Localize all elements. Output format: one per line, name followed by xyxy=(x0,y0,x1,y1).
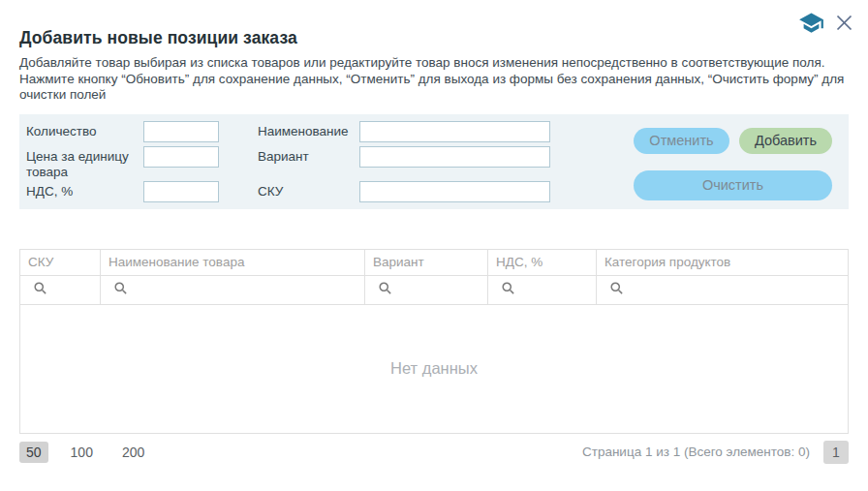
search-icon xyxy=(501,281,515,299)
filter-sku[interactable] xyxy=(20,276,101,304)
column-header-sku[interactable]: СКУ xyxy=(20,250,101,275)
search-icon xyxy=(609,281,624,299)
search-icon xyxy=(33,281,47,299)
vat-input[interactable] xyxy=(143,181,219,202)
variant-label: Вариант xyxy=(258,146,359,165)
page-size-200[interactable]: 200 xyxy=(115,442,151,463)
form-fields: Количество Наименование Цена за единицу … xyxy=(26,121,550,202)
unit-price-label: Цена за единицу товара xyxy=(26,146,143,180)
add-button[interactable]: Добавить xyxy=(739,128,832,154)
sku-input[interactable] xyxy=(359,181,550,202)
sku-label: СКУ xyxy=(258,181,359,199)
filter-category[interactable] xyxy=(597,276,848,304)
page-size-100[interactable]: 100 xyxy=(64,442,100,463)
variant-input[interactable] xyxy=(359,146,550,168)
search-icon xyxy=(378,281,392,299)
column-header-name[interactable]: Наименование товара xyxy=(101,250,365,275)
add-order-items-dialog: Добавить новые позиции заказа Добавляйте… xyxy=(0,0,868,491)
form-buttons: Отменить Добавить Очистить xyxy=(634,121,839,202)
quantity-label: Количество xyxy=(26,121,143,139)
pagination-bar: 50 100 200 Страница 1 из 1 (Всего элемен… xyxy=(19,441,849,464)
column-header-variant[interactable]: Вариант xyxy=(365,250,488,275)
quantity-input[interactable] xyxy=(143,121,219,142)
graduation-cap-icon xyxy=(798,24,824,39)
page-info-text: Страница 1 из 1 (Всего элементов: 0) xyxy=(582,445,810,459)
name-input[interactable] xyxy=(359,121,550,142)
table-filter-row xyxy=(20,276,848,305)
page-size-50[interactable]: 50 xyxy=(19,442,48,463)
item-form-panel: Количество Наименование Цена за единицу … xyxy=(19,114,849,209)
search-icon xyxy=(113,281,128,299)
unit-price-input[interactable] xyxy=(143,146,219,168)
products-table: СКУ Наименование товара Вариант НДС, % К… xyxy=(19,249,849,434)
filter-vat[interactable] xyxy=(488,276,597,304)
page-title: Добавить новые позиции заказа xyxy=(19,0,849,48)
tutorial-button[interactable] xyxy=(798,10,824,36)
page-size-selector: 50 100 200 xyxy=(19,442,151,463)
page-number-button[interactable]: 1 xyxy=(823,441,849,464)
dialog-description: Добавляйте товар выбирая из списка товар… xyxy=(19,55,849,104)
vat-label: НДС, % xyxy=(26,181,143,199)
column-header-category[interactable]: Категория продуктов xyxy=(597,250,848,275)
table-header-row: СКУ Наименование товара Вариант НДС, % К… xyxy=(20,250,848,276)
empty-table-message: Нет данных xyxy=(20,305,848,433)
close-button[interactable] xyxy=(834,13,854,33)
column-header-vat[interactable]: НДС, % xyxy=(488,250,597,275)
cancel-button[interactable]: Отменить xyxy=(634,128,729,154)
clear-button[interactable]: Очистить xyxy=(634,170,832,200)
filter-variant[interactable] xyxy=(365,276,488,304)
close-icon xyxy=(834,21,854,36)
name-label: Наименование xyxy=(258,121,359,139)
filter-name[interactable] xyxy=(101,276,365,304)
